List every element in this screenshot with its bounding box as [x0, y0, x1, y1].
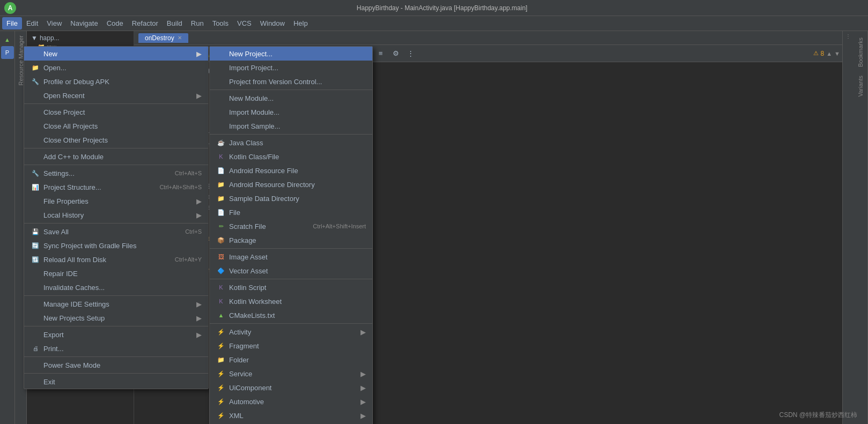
local-history-icon [31, 210, 40, 220]
java-class-item[interactable]: ☕ Java Class [210, 136, 372, 150]
menu-run[interactable]: Run [187, 17, 208, 29]
file-menu-local-history[interactable]: Local History ▶ [24, 208, 208, 222]
kotlin-worksheet-item[interactable]: K Kotlin Worksheet [210, 294, 372, 308]
new-project-icon [216, 49, 226, 58]
file-menu-reload[interactable]: 🔃 Reload All from Disk Ctrl+Alt+Y [24, 252, 208, 266]
activity-item[interactable]: ⚡ Activity ▶ [210, 325, 372, 339]
menu-help[interactable]: Help [289, 17, 312, 29]
menu-navigate[interactable]: Navigate [66, 17, 102, 29]
file-menu-project-structure[interactable]: 📊 Project Structure... Ctrl+Alt+Shift+S [24, 180, 208, 194]
scratch-file-item[interactable]: ✏ Scratch File Ctrl+Alt+Shift+Insert [210, 219, 372, 233]
new-icon [31, 49, 40, 58]
file-settings-label: Settings... [43, 169, 164, 177]
import-project-item[interactable]: Import Project... [210, 61, 372, 75]
file-menu-repair[interactable]: Repair IDE [24, 266, 208, 280]
file-menu-new-projects-setup[interactable]: New Projects Setup ▶ [24, 311, 208, 325]
import-project-label: Import Project... [229, 64, 366, 72]
file-menu-exit[interactable]: Exit [24, 375, 208, 389]
activity-label: Activity [229, 328, 356, 336]
file-menu-manage-ide[interactable]: Manage IDE Settings ▶ [24, 297, 208, 311]
new-project-item[interactable]: New Project... [210, 47, 372, 61]
file-menu-print[interactable]: 🖨 Print... [24, 341, 208, 355]
menu-view[interactable]: View [42, 17, 66, 29]
android-resource-dir-item[interactable]: 📁 Android Resource Directory [210, 177, 372, 191]
file-open-label: Open... [43, 64, 202, 72]
scratch-file-label: Scratch File [229, 222, 302, 230]
project-from-vcs-item[interactable]: Project from Version Control... [210, 75, 372, 88]
automotive-label: Automotive [229, 398, 356, 406]
fragment-item[interactable]: ⚡ Fragment [210, 339, 372, 353]
sample-data-dir-item[interactable]: 📁 Sample Data Directory [210, 191, 372, 205]
file-repair-label: Repair IDE [43, 270, 202, 278]
automotive-item[interactable]: ⚡ Automotive ▶ [210, 395, 372, 408]
vector-asset-item[interactable]: 🔷 Vector Asset [210, 264, 372, 278]
kotlin-script-item[interactable]: K Kotlin Script [210, 280, 372, 294]
file-manage-ide-label: Manage IDE Settings [43, 300, 192, 308]
activity-arrow-icon: ▶ [361, 328, 366, 336]
kotlin-class-item[interactable]: K Kotlin Class/File [210, 150, 372, 163]
import-module-item[interactable]: Import Module... [210, 105, 372, 119]
sync-gradle-icon: 🔄 [31, 241, 40, 250]
file-menu-sync-gradle[interactable]: 🔄 Sync Project with Gradle Files [24, 239, 208, 252]
separator-7 [24, 356, 208, 357]
close-all-icon [31, 121, 40, 131]
file-menu-close-other[interactable]: Close Other Projects [24, 133, 208, 147]
separator-8 [24, 373, 208, 374]
automotive-arrow-icon: ▶ [361, 398, 366, 406]
file-menu-file-properties[interactable]: File Properties ▶ [24, 194, 208, 208]
folder-item-label: Folder [229, 356, 366, 364]
file-menu-export[interactable]: Export ▶ [24, 328, 208, 341]
menu-file[interactable]: File [2, 17, 22, 29]
sample-data-dir-icon: 📁 [216, 194, 226, 203]
menu-window[interactable]: Window [256, 17, 289, 29]
menu-build[interactable]: Build [163, 17, 187, 29]
save-icon: 💾 [31, 227, 40, 236]
menu-tools[interactable]: Tools [208, 17, 233, 29]
xml-item[interactable]: ⚡ XML ▶ [210, 408, 372, 422]
package-item[interactable]: 📦 Package [210, 233, 372, 247]
file-profile-label: Profile or Debug APK [43, 78, 202, 86]
menu-code[interactable]: Code [102, 17, 128, 29]
folder-item[interactable]: 📁 Folder [210, 353, 372, 367]
separator-5 [24, 295, 208, 296]
image-asset-icon: 🖼 [216, 252, 226, 262]
new-projects-icon [31, 313, 40, 323]
file-new-projects-label: New Projects Setup [43, 314, 192, 322]
menu-vcs[interactable]: VCS [233, 17, 256, 29]
file-menu-close-project[interactable]: Close Project [24, 105, 208, 119]
file-menu-power-save[interactable]: Power Save Mode [24, 358, 208, 372]
file-menu-open[interactable]: 📁 Open... [24, 61, 208, 75]
local-history-arrow-icon: ▶ [196, 211, 202, 219]
file-close-other-label: Close Other Projects [43, 136, 202, 144]
file-menu-open-recent[interactable]: Open Recent ▶ [24, 88, 208, 102]
uicomponent-item[interactable]: ⚡ UiComponent ▶ [210, 381, 372, 395]
file-menu-close-all[interactable]: Close All Projects [24, 119, 208, 133]
new-module-item[interactable]: New Module... [210, 91, 372, 105]
file-menu-add-cpp[interactable]: Add C++ to Module [24, 150, 208, 163]
file-menu-invalidate[interactable]: Invalidate Caches... [24, 280, 208, 294]
service-item[interactable]: ⚡ Service ▶ [210, 367, 372, 381]
file-menu-save-all[interactable]: 💾 Save All Ctrl+S [24, 225, 208, 239]
file-item[interactable]: 📄 File [210, 205, 372, 219]
file-invalidate-label: Invalidate Caches... [43, 284, 202, 292]
menu-refactor[interactable]: Refactor [128, 17, 163, 29]
cmake-item[interactable]: ▲ CMakeLists.txt [210, 308, 372, 322]
file-close-project-label: Close Project [43, 108, 202, 116]
file-menu-profile-debug[interactable]: 🔧 Profile or Debug APK [24, 75, 208, 88]
close-other-icon [31, 135, 40, 145]
debug-icon: 🔧 [31, 77, 40, 86]
separator-4 [24, 223, 208, 224]
import-sample-item[interactable]: Import Sample... [210, 119, 372, 133]
new-module-icon [216, 93, 226, 103]
open-recent-arrow-icon: ▶ [196, 92, 202, 100]
menu-edit[interactable]: Edit [22, 17, 42, 29]
reload-shortcut: Ctrl+Alt+Y [175, 256, 202, 263]
separator-1 [24, 103, 208, 104]
fragment-icon: ⚡ [216, 341, 226, 351]
image-asset-item[interactable]: 🖼 Image Asset [210, 250, 372, 264]
file-menu-new[interactable]: New ▶ [24, 47, 208, 61]
android-resource-file-item[interactable]: 📄 Android Resource File [210, 163, 372, 177]
file-menu-settings[interactable]: 🔧 Settings... Ctrl+Alt+S [24, 166, 208, 180]
settings-shortcut: Ctrl+Alt+S [175, 170, 202, 176]
uicomponent-arrow-icon: ▶ [361, 384, 366, 392]
